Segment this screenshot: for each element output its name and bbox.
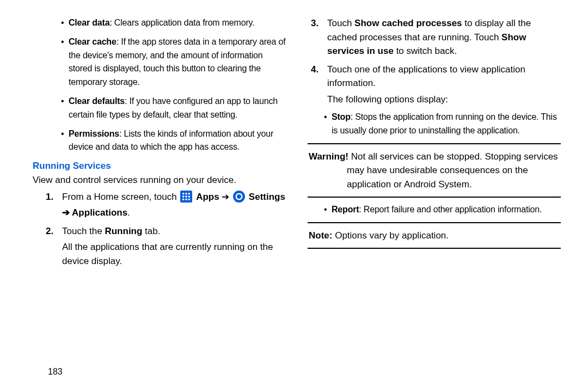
step-text-pre: From a Home screen, touch <box>62 192 179 202</box>
warning-rest: may have undesirable consequences on the… <box>309 163 561 191</box>
arrow2: ➔ <box>62 207 72 218</box>
s4-text: Touch one of the applications to view ap… <box>327 64 525 89</box>
applications-label: Applications <box>72 207 127 218</box>
left-column: Clear data: Clears application data from… <box>33 16 297 381</box>
note-text: Options vary by application. <box>332 230 449 241</box>
bullet-clear-cache: Clear cache: If the app stores data in a… <box>61 35 286 89</box>
bullet-term: Clear data <box>69 18 109 27</box>
apps-grid-icon <box>180 191 192 203</box>
stop-bullet-list: Stop: Stops the application from running… <box>324 111 561 138</box>
step-number: 3. <box>311 16 318 30</box>
step-number: 2. <box>46 224 53 238</box>
bullet-clear-defaults: Clear defaults: If you have configured a… <box>61 95 286 122</box>
steps-list-left: 1. From a Home screen, touch Apps ➔ Sett… <box>46 190 286 268</box>
warning-lead: Warning! <box>309 151 348 162</box>
settings-label: Settings <box>249 192 285 202</box>
divider <box>308 222 561 223</box>
running-services-heading: Running Services <box>33 161 286 171</box>
warning-box: Warning! Not all services can be stopped… <box>308 150 561 192</box>
bullet-report: Report: Report failure and other applica… <box>324 203 561 217</box>
s3-post: to switch back. <box>394 46 457 56</box>
report-term: Report <box>332 205 359 214</box>
bullet-clear-data: Clear data: Clears application data from… <box>61 16 286 30</box>
stop-term: Stop <box>332 112 351 121</box>
bullet-term: Clear cache <box>69 37 117 46</box>
divider <box>308 197 561 198</box>
s3-b1: Show cached processes <box>354 18 462 28</box>
divider <box>308 143 561 144</box>
dot: . <box>127 207 130 218</box>
step2-sub: All the applications that are currently … <box>62 240 286 268</box>
s4-sub: The following options display: <box>327 93 561 107</box>
bullet-term: Clear defaults <box>69 96 125 106</box>
steps-list-right: 3. Touch Show cached processes to displa… <box>311 16 561 106</box>
step-1-line2: ➔ Applications. <box>62 206 286 220</box>
bullet-permissions: Permissions: Lists the kinds of informat… <box>61 127 286 155</box>
step-1: 1. From a Home screen, touch Apps ➔ Sett… <box>46 190 286 220</box>
arrow-text: ➔ <box>222 192 232 202</box>
step-number: 4. <box>311 63 318 77</box>
bullet-term: Permissions <box>69 129 119 138</box>
bullet-stop: Stop: Stops the application from running… <box>324 111 561 138</box>
running-label: Running <box>105 226 142 236</box>
step-4: 4. Touch one of the applications to view… <box>311 63 561 107</box>
right-column: 3. Touch Show cached processes to displa… <box>297 16 566 381</box>
note-box: Note: Options vary by application. <box>308 229 561 243</box>
note-lead: Note: <box>309 230 332 241</box>
step2-pre: Touch the <box>62 226 105 236</box>
step-3: 3. Touch Show cached processes to displa… <box>311 16 561 58</box>
page-number: 183 <box>48 367 63 377</box>
s3-pre: Touch <box>327 18 354 28</box>
warning-first: Not all services can be stopped. Stoppin… <box>348 151 558 162</box>
apps-label: Apps <box>196 192 219 202</box>
stop-desc: : Stops the application from running on … <box>332 112 557 135</box>
options-bullet-list: Clear data: Clears application data from… <box>61 16 286 154</box>
running-services-intro: View and control services running on you… <box>33 174 286 187</box>
divider <box>308 248 561 249</box>
manual-page: Clear data: Clears application data from… <box>0 0 588 392</box>
report-desc: : Report failure and other application i… <box>359 205 542 214</box>
settings-gear-icon <box>233 191 245 203</box>
step-2: 2. Touch the Running tab. All the applic… <box>46 224 286 268</box>
step2-post: tab. <box>142 226 160 236</box>
report-bullet-list: Report: Report failure and other applica… <box>324 203 561 217</box>
bullet-desc: : Clears application data from memory. <box>109 18 254 27</box>
step-number: 1. <box>46 190 53 204</box>
